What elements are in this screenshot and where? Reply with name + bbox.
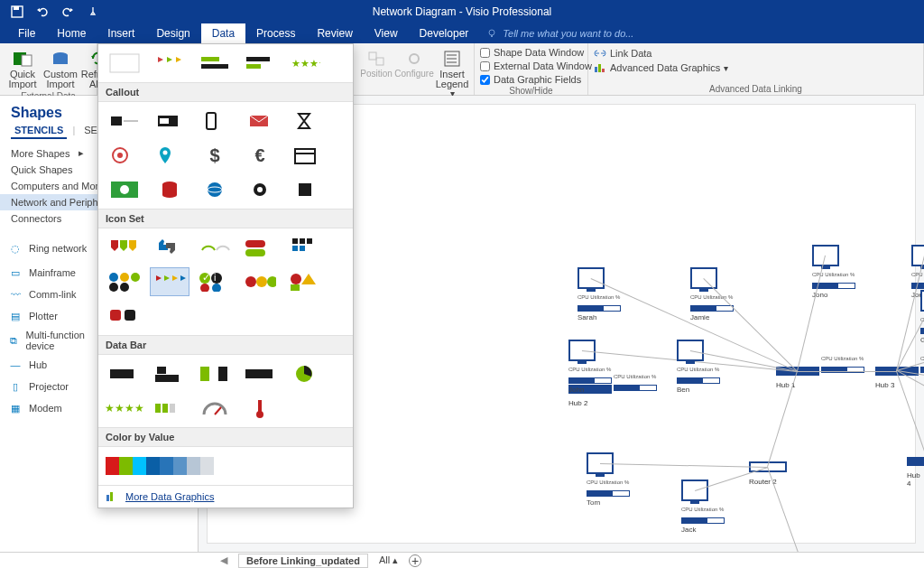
svg-point-40 bbox=[208, 182, 222, 197]
callout-db[interactable] bbox=[151, 176, 189, 203]
databar-stars[interactable]: ★★★★ bbox=[106, 395, 143, 422]
svg-rect-44 bbox=[299, 183, 311, 196]
callout-chip[interactable] bbox=[286, 176, 324, 203]
advanced-data-graphics-button[interactable]: Advanced Data Graphics ▾ bbox=[594, 61, 728, 74]
svg-point-59 bbox=[211, 273, 222, 284]
callout-hourglass[interactable] bbox=[286, 107, 324, 135]
databar-thermo[interactable] bbox=[241, 395, 279, 422]
shape-mainframe[interactable]: ▭Mainframe bbox=[7, 265, 99, 281]
graphic-none[interactable] bbox=[106, 50, 143, 77]
insert-legend-button[interactable]: InsertLegend ▾ bbox=[435, 47, 469, 100]
custom-import-button[interactable]: CustomImport bbox=[43, 47, 78, 91]
tab-review[interactable]: Review bbox=[306, 23, 363, 43]
callout-pin[interactable] bbox=[151, 142, 189, 169]
tab-data[interactable]: Data bbox=[201, 23, 245, 43]
databar-1[interactable] bbox=[106, 360, 143, 387]
link-data-button[interactable]: Link Data bbox=[594, 47, 651, 60]
gallery-section-colorbyvalue: Color by Value bbox=[98, 427, 353, 447]
svg-rect-69 bbox=[125, 310, 135, 321]
iconset-toggle[interactable] bbox=[241, 234, 279, 261]
databar-gauge[interactable] bbox=[196, 395, 234, 422]
callout-target[interactable] bbox=[106, 142, 143, 169]
more-data-graphics[interactable]: More Data Graphics bbox=[98, 485, 353, 507]
iconset-traffic[interactable] bbox=[241, 268, 279, 295]
databar-boxes[interactable] bbox=[151, 395, 189, 422]
save-icon[interactable] bbox=[9, 4, 25, 20]
shape-hub[interactable]: —Hub bbox=[7, 357, 99, 373]
tab-file[interactable]: File bbox=[7, 23, 46, 43]
shape-modem[interactable]: ▦Modem bbox=[7, 400, 99, 416]
sheet-tab[interactable]: Before Linking_updated bbox=[238, 554, 368, 568]
iconset-squares[interactable] bbox=[106, 303, 143, 330]
hub[interactable] bbox=[907, 457, 924, 466]
iconset-circles[interactable] bbox=[106, 268, 143, 295]
tab-insert[interactable]: Insert bbox=[97, 23, 145, 43]
svg-rect-8 bbox=[369, 52, 376, 60]
svg-rect-33 bbox=[295, 149, 315, 163]
touch-mode-icon[interactable] bbox=[85, 4, 101, 20]
quick-import-button[interactable]: QuickImport bbox=[5, 47, 40, 91]
iconset-grid[interactable] bbox=[286, 234, 324, 261]
callout-dollar[interactable]: $ bbox=[196, 142, 234, 169]
callout-euro[interactable]: € bbox=[241, 142, 279, 169]
svg-point-54 bbox=[131, 273, 140, 282]
callout-mail[interactable] bbox=[241, 107, 279, 135]
graphic-bars2[interactable] bbox=[241, 50, 279, 77]
configure-button[interactable]: Configure bbox=[397, 47, 431, 80]
tab-process[interactable]: Process bbox=[245, 23, 306, 43]
chk-external-data-window[interactable]: External Data Window bbox=[480, 60, 592, 72]
iconset-thumbs[interactable] bbox=[151, 234, 189, 261]
callout-globe[interactable] bbox=[196, 176, 234, 203]
callout-text[interactable] bbox=[106, 107, 143, 135]
callout-calendar[interactable] bbox=[286, 142, 324, 169]
svg-rect-50 bbox=[292, 246, 298, 251]
pc-node[interactable]: CPU Utilization %Tom bbox=[587, 452, 630, 507]
callout-label[interactable] bbox=[151, 107, 189, 135]
callout-gear[interactable] bbox=[241, 176, 279, 203]
svg-point-62 bbox=[212, 284, 221, 292]
iconset-signs[interactable] bbox=[286, 268, 324, 295]
tab-home[interactable]: Home bbox=[46, 23, 97, 43]
graphic-stars[interactable]: ★★★★ bbox=[286, 50, 324, 77]
graphic-bars1[interactable] bbox=[196, 50, 234, 77]
pc-node[interactable]: CPU Utilization %John bbox=[568, 340, 612, 394]
tell-me-search[interactable]: Tell me what you want to do... bbox=[486, 28, 633, 39]
databar-pie[interactable] bbox=[286, 360, 324, 387]
shape-projector[interactable]: ▯Projector bbox=[7, 378, 99, 395]
quick-access-toolbar bbox=[0, 4, 101, 20]
filter-all[interactable]: All ▴ bbox=[379, 554, 398, 566]
link-icon bbox=[594, 48, 606, 59]
shape-multi-function-device[interactable]: ⧉Multi-function device bbox=[7, 330, 99, 351]
iconset-wifi[interactable] bbox=[196, 234, 234, 261]
redo-icon[interactable] bbox=[60, 4, 76, 20]
shape-ring-network[interactable]: ◌Ring network bbox=[7, 237, 99, 259]
graphic-flags[interactable] bbox=[151, 50, 189, 77]
shapes-subtab-stencils[interactable]: STENCILS bbox=[11, 123, 67, 139]
tab-developer[interactable]: Developer bbox=[409, 23, 480, 43]
callout-phone[interactable] bbox=[196, 107, 234, 135]
iconset-flags-multi[interactable] bbox=[151, 268, 189, 295]
pc-node[interactable]: CPU Utilization %Jamie bbox=[690, 267, 734, 321]
databar-4[interactable] bbox=[241, 360, 279, 387]
chk-shape-data-window[interactable]: Shape Data Window bbox=[480, 46, 584, 59]
position-button[interactable]: Position bbox=[359, 47, 393, 80]
svg-rect-24 bbox=[111, 116, 122, 126]
svg-rect-84 bbox=[110, 492, 113, 501]
chk-data-graphic-fields[interactable]: Data Graphic Fields bbox=[480, 73, 581, 86]
iconset-status[interactable]: ✓i bbox=[196, 268, 234, 295]
color-by-value-swatch[interactable] bbox=[106, 452, 214, 480]
pc-node[interactable]: CPU Utilization %Sarah bbox=[578, 267, 621, 321]
add-sheet[interactable]: + bbox=[409, 554, 421, 567]
tab-design[interactable]: Design bbox=[145, 23, 200, 43]
tab-view[interactable]: View bbox=[364, 23, 409, 43]
shape-plotter[interactable]: ▤Plotter bbox=[7, 308, 99, 324]
databar-2[interactable] bbox=[151, 360, 189, 387]
databar-3[interactable] bbox=[196, 360, 234, 387]
callout-money[interactable] bbox=[106, 176, 143, 203]
shape-comm-link[interactable]: 〰Comm-link bbox=[7, 286, 99, 303]
iconset-shields[interactable] bbox=[106, 234, 143, 261]
pc-node[interactable]: CPU Utilization %Jono bbox=[812, 245, 855, 299]
pc-node[interactable]: CPU Utilization %Ben bbox=[677, 340, 720, 394]
ribbon-group-advanced-linking: Link Data Advanced Data Graphics ▾ Advan… bbox=[588, 43, 924, 95]
undo-icon[interactable] bbox=[34, 4, 51, 20]
